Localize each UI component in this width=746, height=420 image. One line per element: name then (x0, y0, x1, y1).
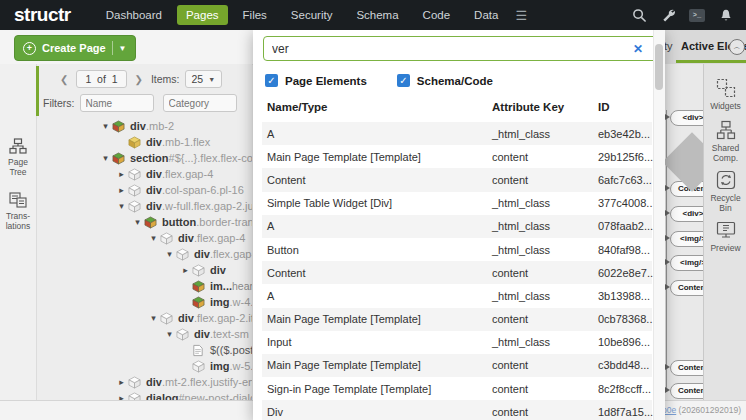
tree-row[interactable]: img.w-4.h-...heart-icon.svg (37, 294, 252, 310)
tree-node-tag: div (178, 232, 194, 244)
top-navbar: structr DashboardPagesFilesSecuritySchem… (0, 0, 746, 30)
nav-item-files[interactable]: Files (234, 5, 276, 25)
result-row[interactable]: Contentcontent6afc7c63... (262, 168, 652, 191)
result-row[interactable]: Button_html_class840faf98... (262, 238, 652, 261)
result-row[interactable]: Main Page Template [Template]content0cb7… (262, 308, 652, 331)
hamburger-menu-icon[interactable]: ☰ (515, 8, 527, 23)
sidebar-item-widgets[interactable]: Widgets (704, 78, 746, 112)
page-size-select[interactable]: 25▼ (185, 70, 223, 88)
caret-down-icon[interactable]: ▾ (131, 217, 144, 227)
sidebar-item-shared[interactable]: SharedComp. (704, 120, 746, 163)
checkbox-icon[interactable]: ✓ (265, 74, 278, 87)
result-name: Main Page Template [Template] (262, 151, 492, 163)
result-row[interactable]: A_html_class3b13988... (262, 284, 652, 307)
scrollbar-thumb[interactable] (655, 44, 663, 90)
nav-item-schema[interactable]: Schema (347, 5, 407, 25)
caret-down-icon[interactable]: ▾ (163, 249, 176, 259)
result-row[interactable]: Main Page Template [Template]contentc3bd… (262, 354, 652, 377)
result-row[interactable]: Main Page Template [Template]content29b1… (262, 145, 652, 168)
tree-row[interactable]: ▸div.flex.gap-4 (37, 166, 252, 182)
column-header: ID (598, 101, 652, 113)
nav-item-dashboard[interactable]: Dashboard (97, 5, 171, 25)
cube-icon (176, 328, 190, 341)
result-id: 10be896... (598, 336, 652, 348)
tree-node-tag: section (130, 152, 169, 164)
prev-page-button[interactable]: ❮ (57, 73, 71, 86)
nav-item-data[interactable]: Data (465, 5, 507, 25)
tree-row[interactable]: ▸dialog#new-post-dialog (37, 390, 252, 400)
overlay-search-input[interactable] (263, 36, 665, 61)
caret-right-icon[interactable]: ▸ (179, 265, 192, 275)
caret-right-icon[interactable]: ▸ (115, 377, 128, 387)
translate-icon (9, 194, 27, 211)
tree-row[interactable]: im...heart-outline-icon.svg (37, 278, 252, 294)
result-row[interactable]: Divcontent1d8f7a15... (262, 400, 652, 420)
nav-item-pages[interactable]: Pages (177, 5, 228, 25)
tree-row[interactable]: ▾div.flex.gap-2.items-center (37, 310, 252, 326)
result-attribute-key: content (492, 383, 598, 395)
bell-icon[interactable] (718, 7, 734, 23)
tree-node-tag: div (146, 200, 162, 212)
result-row[interactable]: Input_html_class10be896... (262, 331, 652, 354)
create-page-button[interactable]: + Create Page ▼ (14, 35, 136, 61)
nav-item-security[interactable]: Security (282, 5, 342, 25)
result-name: Div (262, 406, 492, 418)
caret-down-icon[interactable]: ▾ (163, 329, 176, 339)
caret-down-icon[interactable]: ▾ (147, 233, 160, 243)
tree-node-classes: .flex.gap-4 (162, 168, 213, 180)
next-page-button[interactable]: ❯ (132, 73, 146, 86)
checkbox-page-elements[interactable]: ✓Page Elements (265, 74, 367, 87)
result-row[interactable]: A_html_class078faab2... (262, 215, 652, 238)
tree-row[interactable]: div.mb-1.flex (37, 134, 252, 150)
tree-row[interactable]: ▾div.w-full.flex.gap-2.justify-end. (37, 198, 252, 214)
result-id: 840faf98... (598, 244, 652, 256)
clear-search-icon[interactable]: ✕ (633, 42, 643, 56)
tree-row[interactable]: ▾section#${...}.flex.flex-col.gap-4 (37, 150, 252, 166)
tree-row[interactable]: ▾div.text-sm (37, 326, 252, 342)
filter-category-input[interactable] (163, 94, 237, 112)
overlay-scrollbar[interactable] (653, 30, 665, 420)
filter-name-input[interactable] (80, 94, 154, 112)
result-row[interactable]: Contentcontent6022e8e7... (262, 261, 652, 284)
tree-row[interactable]: ▾div.mb-2 (37, 118, 252, 134)
caret-down-icon[interactable]: ▾ (115, 201, 128, 211)
tree-row[interactable]: ▸div (37, 262, 252, 278)
rail-item-page[interactable]: PageTree (0, 138, 36, 177)
sidebar-item-preview[interactable]: Preview (704, 220, 746, 254)
tree-row[interactable]: $(($.post.view()))$(int(add(size... (37, 342, 252, 358)
brick-icon (112, 152, 126, 165)
tree-row[interactable]: ▸div.col-span-6.pl-16 (37, 182, 252, 198)
tree-row[interactable]: ▾div.flex.gap-4 (37, 230, 252, 246)
checkbox-icon[interactable]: ✓ (397, 74, 410, 87)
tree-row[interactable]: ▾button.border-transparent.hover:b... (37, 214, 252, 230)
checkbox-schema-code[interactable]: ✓Schema/Code (397, 74, 493, 87)
caret-down-icon[interactable]: ▾ (99, 153, 112, 163)
tree-row[interactable]: ▾div.flex.gap-2.items-center (37, 246, 252, 262)
wrench-icon[interactable] (660, 7, 676, 23)
tab-partial[interactable]: ty (664, 40, 673, 52)
caret-down-icon[interactable]: ▾ (99, 121, 112, 131)
result-attribute-key: content (492, 406, 598, 418)
result-row[interactable]: Sign-in Page Template [Template]content8… (262, 377, 652, 400)
result-row[interactable]: Simple Table Widget [Div]_html_class377c… (262, 192, 652, 215)
sidebar-item-recycle[interactable]: RecycleBin (704, 170, 746, 213)
caret-right-icon[interactable]: ▸ (115, 169, 128, 179)
pin-slideout-icon[interactable]: ︿ (729, 39, 745, 55)
search-icon[interactable] (631, 7, 647, 23)
pagination-row: ❮ 1 of 1 ❯ Items: 25▼ (57, 70, 252, 88)
rail-item-trans[interactable]: Trans-lations (0, 192, 36, 231)
tree-row[interactable]: img.w-5.h-5.inlin...eye-icon.svg (37, 358, 252, 374)
filters-label: Filters: (43, 97, 75, 109)
chevron-down-icon: ▼ (119, 44, 127, 53)
tree-row[interactable]: ▸div.mt-2.flex.justify-end (37, 374, 252, 390)
terminal-icon[interactable]: >_ (689, 9, 705, 22)
tree-node-classes: .mt-2.flex.justify-end (162, 376, 252, 388)
page-indicator[interactable]: 1 of 1 (76, 70, 126, 88)
caret-right-icon[interactable]: ▸ (115, 185, 128, 195)
sidebar-item-label: Preview (704, 244, 746, 254)
caret-right-icon[interactable]: ▸ (115, 393, 128, 400)
active-rail-indicator (36, 66, 39, 116)
nav-item-code[interactable]: Code (414, 5, 460, 25)
caret-down-icon[interactable]: ▾ (147, 313, 160, 323)
result-row[interactable]: A_html_classeb3e42b... (262, 122, 652, 145)
